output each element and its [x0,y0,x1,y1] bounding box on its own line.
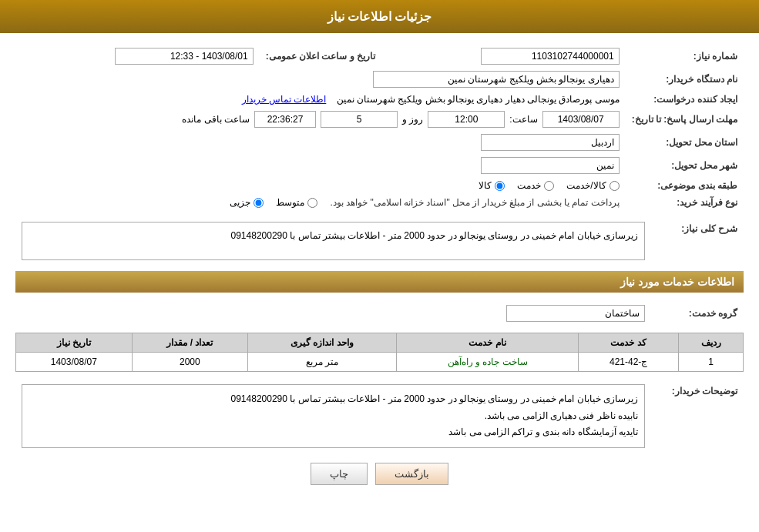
services-section-title: اطلاعات خدمات مورد نیاز [15,271,744,293]
print-button[interactable]: چاپ [311,463,368,485]
announce-value: 1403/08/01 - 12:33 [115,48,254,65]
need-number-value: 1103102744000001 [481,48,620,65]
radio-label-jozi: جزیی [230,197,250,208]
radio-label-khedmat: خدمت [517,180,541,191]
province-label: استان محل تحویل: [626,131,744,154]
services-table: ردیف کد خدمت نام خدمت واحد اندازه گیری ت… [15,333,744,372]
col-header-qty: تعداد / مقدار [132,333,247,353]
radio-kala[interactable] [495,181,505,191]
cell-qty-0: 2000 [132,353,247,372]
radio-item-kala-khedmat: کالا/خدمت [566,180,619,191]
radio-item-jozi: جزیی [230,197,264,208]
radio-motavaset[interactable] [307,198,317,208]
creator-label: ایجاد کننده درخواست: [626,91,744,108]
city-value: نمین [481,157,620,174]
buyer-notes-box: زیرسازی خیابان امام خمینی در روستای یونج… [22,384,645,448]
radio-label-motavaset: متوسط [276,197,304,208]
col-header-row: ردیف [679,333,744,353]
need-number-label: شماره نیاز: [626,45,744,68]
description-value: زیرسازی خیابان امام خمینی در روستای یونج… [22,222,645,260]
category-radio-group: کالا/خدمت خدمت کالا [22,180,620,191]
deadline-date: 1403/08/07 [542,111,620,128]
info-section: شماره نیاز: 1103102744000001 تاریخ و ساع… [15,45,744,211]
purchase-type-radio-group: پرداخت تمام یا بخشی از مبلغ خریدار از مح… [22,197,620,208]
deadline-label: مهلت ارسال پاسخ: تا تاریخ: [626,108,744,131]
buyer-notes-line1: زیرسازی خیابان امام خمینی در روستای یونج… [231,393,638,404]
cell-code-0: ج-42-421 [579,353,679,372]
radio-kala-khedmat[interactable] [610,181,620,191]
purchase-type-detail: پرداخت تمام یا بخشی از مبلغ خریدار از مح… [330,197,619,208]
cell-row-0: 1 [679,353,744,372]
purchase-type-label: نوع فرآیند خرید: [626,194,744,211]
deadline-row: 1403/08/07 ساعت: 12:00 روز و 5 22:36:27 … [22,111,620,128]
radio-item-kala: کالا [479,180,505,191]
description-section: شرح کلی نیاز: زیرسازی خیابان امام خمینی … [15,219,744,263]
deadline-days: 5 [321,111,398,128]
radio-jozi[interactable] [254,198,264,208]
col-header-code: کد خدمت [579,333,679,353]
cell-date-0: 1403/08/07 [16,353,133,372]
radio-label-kala-khedmat: کالا/خدمت [566,180,606,191]
description-label: شرح کلی نیاز: [651,219,744,263]
service-group-value: ساختمان [506,305,645,322]
cell-unit-0: متر مربع [248,353,397,372]
buyer-notes-label: توضیحات خریدار: [651,381,744,451]
col-header-unit: واحد اندازه گیری [248,333,397,353]
page-header: جزئیات اطلاعات نیاز [0,0,759,33]
page-wrapper: جزئیات اطلاعات نیاز شماره نیاز: 11031027… [0,0,759,532]
deadline-time-label: ساعت: [509,114,537,125]
city-label: شهر محل تحویل: [626,154,744,177]
radio-label-kala: کالا [479,180,492,191]
radio-item-motavaset: متوسط [276,197,317,208]
service-group-section: گروه خدمت: ساختمان [15,302,744,325]
buyer-notes-line2: نابیده ناظر فنی دهیاری الزامی می باشد. [485,410,638,421]
buyer-notes-line3: تایدیه آزمایشگاه دانه بندی و تراکم الزام… [448,427,638,437]
col-header-name: نام خدمت [396,333,578,353]
announce-label: تاریخ و ساعت اعلان عمومی: [260,45,381,68]
services-table-section: ردیف کد خدمت نام خدمت واحد اندازه گیری ت… [15,333,744,372]
buyer-org-label: نام دستگاه خریدار: [626,68,744,91]
radio-khedmat[interactable] [544,181,554,191]
buyer-org-value: دهیاری یونجالو بخش ویلکیج شهرستان نمین [373,71,620,88]
radio-item-khedmat: خدمت [517,180,554,191]
content-area: شماره نیاز: 1103102744000001 تاریخ و ساع… [0,33,759,497]
deadline-time: 12:00 [428,111,505,128]
deadline-days-label: روز و [402,114,423,125]
button-bar: بازگشت چاپ [15,463,744,485]
back-button[interactable]: بازگشت [375,463,448,485]
category-label: طبقه بندی موضوعی: [626,177,744,194]
col-header-date: تاریخ نیاز [16,333,133,353]
contact-link[interactable]: اطلاعات تماس خریدار [242,94,327,105]
creator-value: موسی پورصادق یونجالی دهیار دهیاری یونجال… [337,94,620,105]
remaining-time: 22:36:27 [254,111,316,128]
buyer-notes-section: توضیحات خریدار: زیرسازی خیابان امام خمین… [15,381,744,451]
service-group-label: گروه خدمت: [651,302,744,325]
remaining-label: ساعت باقی مانده [182,114,250,125]
page-title: جزئیات اطلاعات نیاز [327,10,432,23]
table-row: 1 ج-42-421 ساخت جاده و راه‌آهن متر مربع … [16,353,744,372]
province-value: اردبیل [481,134,620,151]
cell-name-0: ساخت جاده و راه‌آهن [396,353,578,372]
